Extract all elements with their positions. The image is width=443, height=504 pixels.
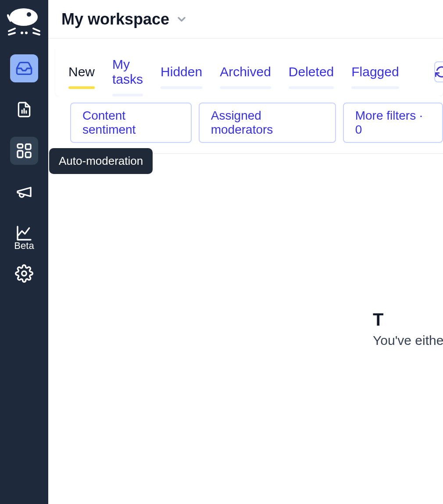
svg-point-11 bbox=[22, 271, 27, 276]
filter-content-sentiment[interactable]: Content sentiment bbox=[70, 103, 192, 143]
filter-assigned-moderators[interactable]: Assigned moderators bbox=[199, 103, 336, 143]
svg-point-1 bbox=[27, 12, 31, 17]
tab-deleted[interactable]: Deleted bbox=[289, 64, 334, 89]
nav-settings[interactable] bbox=[10, 259, 38, 287]
nav-analytics[interactable] bbox=[10, 219, 38, 247]
refresh-button[interactable] bbox=[434, 61, 443, 82]
qr-icon bbox=[15, 142, 33, 160]
svg-point-0 bbox=[10, 8, 38, 26]
chevron-down-icon bbox=[175, 13, 188, 25]
gear-icon bbox=[15, 264, 33, 283]
svg-rect-9 bbox=[18, 151, 23, 157]
sidebar: Beta bbox=[0, 0, 48, 504]
tooltip-auto-moderation: Auto-moderation bbox=[49, 148, 153, 174]
workspace-selector[interactable]: My workspace bbox=[61, 10, 188, 28]
tab-my-tasks[interactable]: My tasks bbox=[112, 57, 143, 96]
nav-reports[interactable] bbox=[10, 96, 38, 124]
tab-archived[interactable]: Archived bbox=[220, 64, 271, 89]
empty-state: T You've either bbox=[48, 154, 443, 504]
megaphone-icon bbox=[15, 183, 33, 201]
tab-new[interactable]: New bbox=[68, 64, 95, 89]
workspace-title-text: My workspace bbox=[61, 10, 169, 28]
main-content: My workspace New My tasks Hidden Archive… bbox=[48, 0, 443, 504]
filters-row: Content sentiment Assigned moderators Mo… bbox=[48, 96, 443, 154]
empty-title: T bbox=[373, 310, 443, 330]
svg-rect-10 bbox=[25, 152, 31, 157]
app-logo[interactable] bbox=[7, 5, 42, 40]
tab-flagged[interactable]: Flagged bbox=[351, 64, 399, 89]
nav-inbox[interactable] bbox=[10, 54, 38, 82]
tab-hidden[interactable]: Hidden bbox=[161, 64, 202, 89]
nav-announcements[interactable] bbox=[10, 178, 38, 206]
tabs-row: New My tasks Hidden Archived Deleted Fla… bbox=[55, 57, 443, 96]
document-chart-icon bbox=[16, 101, 32, 118]
line-chart-icon bbox=[15, 224, 33, 242]
svg-point-3 bbox=[25, 32, 28, 34]
nav-auto-moderation[interactable] bbox=[10, 137, 38, 165]
header: My workspace bbox=[48, 0, 443, 39]
refresh-icon bbox=[435, 65, 443, 78]
inbox-icon bbox=[15, 60, 33, 77]
svg-point-2 bbox=[21, 32, 23, 34]
empty-subtitle: You've either bbox=[373, 333, 443, 348]
svg-rect-7 bbox=[18, 144, 23, 148]
tabs-panel: New My tasks Hidden Archived Deleted Fla… bbox=[55, 46, 443, 96]
filter-more[interactable]: More filters · 0 bbox=[343, 103, 443, 143]
svg-rect-8 bbox=[25, 144, 31, 149]
